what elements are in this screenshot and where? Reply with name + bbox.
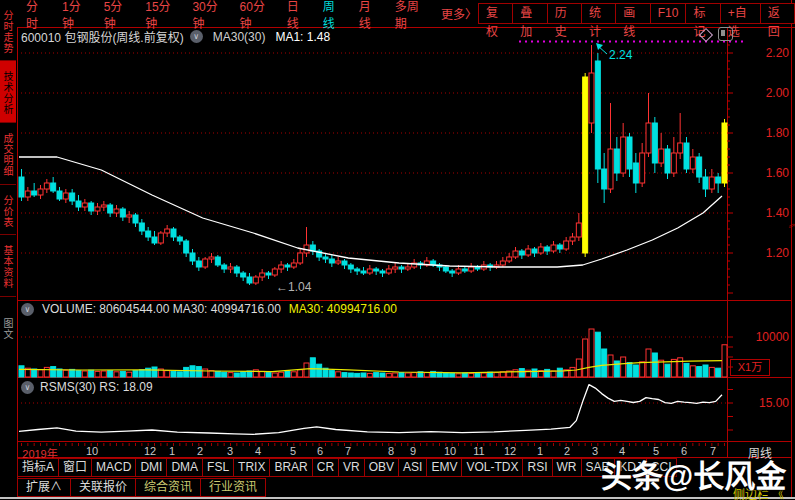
indicator-tab-dmi[interactable]: DMI [135, 458, 167, 477]
chart-canvas[interactable] [0, 0, 795, 500]
toolbar-button-stats[interactable]: 统计 [581, 3, 616, 24]
period-tab-15min[interactable]: 15分钟 [137, 0, 184, 31]
sidebar-tab-trade-details[interactable]: 成交明细 [0, 122, 16, 184]
period-tab-month[interactable]: 月线 [351, 0, 387, 31]
period-tab-day[interactable]: 日线 [279, 0, 315, 31]
volume-axis-value: 10000 [733, 330, 789, 344]
period-tab-1min[interactable]: 1分钟 [54, 0, 96, 31]
toolbar-button-add-watch[interactable]: +自选 [720, 3, 761, 24]
date-label: 3 [592, 445, 598, 457]
period-tab-5min[interactable]: 5分钟 [96, 0, 138, 31]
price-axis-label: 1.80 [733, 126, 789, 140]
date-label: 8 [388, 445, 394, 457]
indicator-tab-dma[interactable]: DMA [166, 458, 203, 477]
volume-ma-value: MA30: 40994716.00 [289, 302, 397, 316]
period-tab-week[interactable]: 周线 [315, 0, 351, 31]
high-price-annotation: 2.24 [609, 48, 632, 62]
right-edge-collapse-icon[interactable]: 《 [785, 218, 795, 228]
date-label: 2 [197, 445, 203, 457]
stock-app-window: 分时1分钟5分钟15分钟30分钟60分钟日线周线月线多周期更多〉 复权叠加历史统… [0, 0, 795, 500]
indicator-tab-wr[interactable]: WR [552, 458, 582, 477]
indicator-tab-trix[interactable]: TRIX [233, 458, 270, 477]
low-price-annotation: ←1.04 [276, 280, 311, 294]
chevron-down-icon[interactable]: ∨ [21, 303, 34, 316]
date-label: 12 [144, 445, 156, 457]
bottom-tab-industry-news[interactable]: 行业资讯 [200, 478, 266, 497]
period-tab-more[interactable]: 更多〉 [433, 5, 479, 22]
indicator-tab-asi[interactable]: ASI [398, 458, 427, 477]
period-tab-fenshi[interactable]: 分时 [18, 0, 54, 31]
bottom-tab-expand[interactable]: 扩展∧ [17, 478, 71, 497]
ma-param-label: MA30(30) [213, 30, 266, 44]
sidebar-tab-price-distribution[interactable]: 分价表 [0, 184, 16, 234]
date-label: 4 [255, 445, 261, 457]
top-toolbar: 分时1分钟5分钟15分钟30分钟60分钟日线周线月线多周期更多〉 复权叠加历史统… [18, 0, 795, 27]
price-axis-label: 1.60 [733, 166, 789, 180]
volume-values: VOLUME: 80604544.00 MA30: 40994716.00 [42, 302, 281, 316]
sidebar-tab-basic-info[interactable]: 基本资料 [0, 234, 16, 296]
indicator-tab-fsl[interactable]: FSL [202, 458, 234, 477]
date-label: 12 [504, 445, 516, 457]
bottom-tab-bar: 扩展∧关联报价综合资讯行业资讯 [18, 478, 266, 497]
price-axis-label: 2.00 [733, 86, 789, 100]
date-label: 10 [444, 445, 456, 457]
note-icon-fill [721, 30, 725, 36]
date-label: 7 [345, 445, 351, 457]
toolbar-button-f10[interactable]: F10 [650, 3, 687, 24]
rsms-pane-header: ∨ RSMS(30) RS: 18.09 [15, 380, 153, 394]
date-label: 11 [473, 445, 484, 457]
period-tab-multi[interactable]: 多周期 [387, 0, 433, 31]
toolbar-button-mark[interactable]: 标记 [685, 3, 720, 24]
volume-unit-label: X1万 [730, 359, 770, 376]
date-label: 1 [537, 445, 543, 457]
price-axis-label: 1.20 [733, 246, 789, 260]
left-sidebar: 分时走势技术分析成交明细分价表基本资料图文F10 [0, 0, 17, 497]
date-label: 5 [290, 445, 296, 457]
rsms-values: RSMS(30) RS: 18.09 [40, 380, 153, 394]
indicator-tab-obv[interactable]: OBV [364, 458, 399, 477]
date-label: 10 [86, 445, 98, 457]
bottom-tab-related-quotes[interactable]: 关联报价 [70, 478, 136, 497]
period-tab-60min[interactable]: 60分钟 [232, 0, 279, 31]
ma1-value: MA1: 1.48 [275, 30, 330, 44]
date-label: 2 [564, 445, 570, 457]
indicator-tab-emv[interactable]: EMV [426, 458, 462, 477]
indicator-tab-vr[interactable]: VR [338, 458, 365, 477]
sidebar-tab-technical-analysis[interactable]: 技术分析 [0, 60, 16, 122]
indicator-tab-vol-tdx[interactable]: VOL-TDX [461, 458, 523, 477]
toolbar-button-overlay[interactable]: 叠加 [512, 3, 547, 24]
indicator-tab-indicator-group[interactable]: 指标A [17, 458, 59, 477]
bottom-tab-general-news[interactable]: 综合资讯 [135, 478, 201, 497]
indicator-tab-bar: 指标A窗口MACDDMIDMAFSLTRIXBRARCRVROBVASIEMVV… [18, 458, 677, 477]
date-label: 1 [169, 445, 175, 457]
toolbar-buttons: 复权叠加历史统计画线F10标记+自选返回 [479, 3, 795, 24]
watermark: 头条@长风金融 [601, 451, 795, 500]
price-axis-label: 1.40 [733, 206, 789, 220]
toolbar-button-back[interactable]: 返回 [760, 3, 795, 24]
chevron-down-icon[interactable]: ∨ [190, 30, 203, 43]
date-label: 9 [410, 445, 416, 457]
indicator-tab-cr[interactable]: CR [312, 458, 339, 477]
chevron-down-icon[interactable]: ∨ [21, 381, 34, 394]
date-label: 6 [317, 445, 323, 457]
note-icon[interactable] [718, 27, 733, 41]
indicator-tab-window[interactable]: 窗口 [58, 458, 92, 477]
stock-title: 600010 包钢股份(周线.前复权) [21, 28, 184, 45]
period-tab-30min[interactable]: 30分钟 [184, 0, 231, 31]
indicator-tab-rsi[interactable]: RSI [522, 458, 552, 477]
sidebar-tab-realtime-trend[interactable]: 分时走势 [0, 0, 16, 60]
indicator-tab-brar[interactable]: BRAR [269, 458, 312, 477]
period-tabs: 分时1分钟5分钟15分钟30分钟60分钟日线周线月线多周期更多〉 [18, 0, 479, 31]
stock-info-bar: 600010 包钢股份(周线.前复权) ∨ MA30(30) MA1: 1.48 [21, 29, 330, 44]
sidebar-tab-f10-graphic[interactable]: 图文F10 [0, 296, 16, 357]
toolbar-button-adjust[interactable]: 复权 [478, 3, 513, 24]
toolbar-button-draw[interactable]: 画线 [615, 3, 650, 24]
date-label: 3 [227, 445, 233, 457]
volume-pane-header: ∨ VOLUME: 80604544.00 MA30: 40994716.00 … [15, 302, 397, 316]
price-axis-label: 2.20 [733, 46, 789, 60]
rs-axis-value: 15.00 [733, 396, 789, 410]
indicator-tab-macd[interactable]: MACD [91, 458, 136, 477]
toolbar-button-history[interactable]: 历史 [547, 3, 582, 24]
